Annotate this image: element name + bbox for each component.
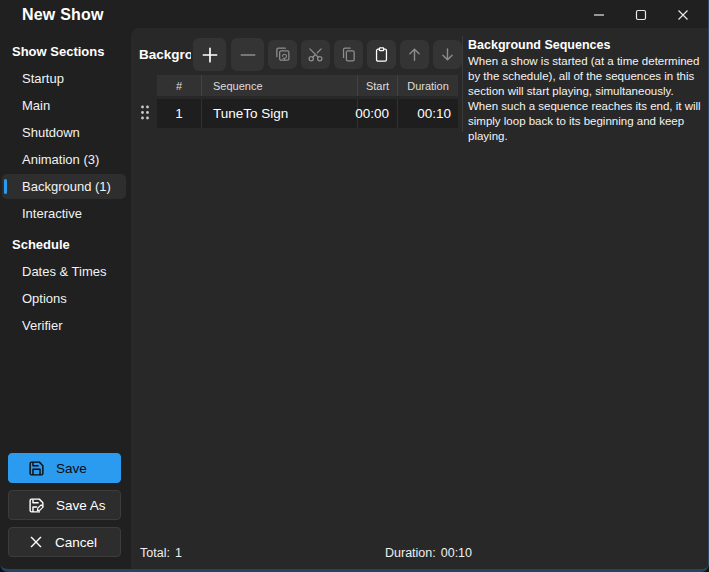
- status-total-label: Total:: [140, 546, 170, 560]
- sequence-table-header: # Sequence Start Duration: [157, 75, 458, 96]
- remove-sequence-button[interactable]: [231, 38, 264, 71]
- column-header-duration: Duration: [398, 75, 458, 96]
- sidebar-item-verifier[interactable]: Verifier: [2, 313, 126, 338]
- status-duration: Duration:00:10: [385, 546, 472, 560]
- sidebar-item-interactive[interactable]: Interactive: [2, 201, 126, 226]
- help-body: When a show is started (at a time determ…: [468, 54, 704, 144]
- sidebar-item-options[interactable]: Options: [2, 286, 126, 311]
- duplicate-icon: [274, 46, 291, 63]
- cancel-button[interactable]: Cancel: [8, 527, 121, 557]
- save-as-button[interactable]: Save As: [8, 490, 121, 520]
- paste-icon: [373, 46, 390, 63]
- row-cell-sequence: TuneTo Sign: [202, 99, 358, 128]
- sidebar-item-shutdown[interactable]: Shutdown: [2, 120, 126, 145]
- column-header-sequence: Sequence: [202, 75, 358, 96]
- sidebar-header-schedule: Schedule: [12, 232, 70, 258]
- close-button[interactable]: [662, 0, 704, 30]
- save-icon: [28, 460, 45, 477]
- sidebar-item-startup[interactable]: Startup: [2, 66, 126, 91]
- copy-icon: [340, 46, 357, 63]
- window-controls: [578, 0, 704, 30]
- close-icon: [677, 9, 689, 21]
- help-divider: [462, 36, 463, 132]
- status-total-value: 1: [175, 546, 182, 560]
- sidebar: Show Sections Startup Main Shutdown Anim…: [0, 30, 131, 569]
- column-header-num: #: [157, 75, 202, 96]
- main-panel: Backgrou: [131, 28, 708, 569]
- sidebar-item-main[interactable]: Main: [2, 93, 126, 118]
- status-duration-label: Duration:: [385, 546, 436, 560]
- duplicate-button[interactable]: [268, 40, 297, 69]
- sidebar-item-background[interactable]: Background (1): [2, 174, 126, 199]
- move-down-button[interactable]: [433, 40, 462, 69]
- minimize-button[interactable]: [578, 0, 620, 30]
- copy-button[interactable]: [334, 40, 363, 69]
- app-window: New Show Show Sections Startup Main Shut…: [0, 0, 709, 572]
- row-drag-handle[interactable]: [139, 104, 151, 125]
- drag-dots-icon: [139, 104, 151, 121]
- status-duration-value: 00:10: [441, 546, 472, 560]
- move-down-icon: [439, 46, 456, 63]
- row-cell-start: 00:00: [358, 99, 398, 128]
- add-sequence-button[interactable]: [193, 38, 226, 71]
- sidebar-item-animation[interactable]: Animation (3): [2, 147, 126, 172]
- maximize-button[interactable]: [620, 0, 662, 30]
- cut-icon: [307, 46, 324, 63]
- save-button[interactable]: Save: [8, 453, 121, 483]
- column-header-start: Start: [358, 75, 398, 96]
- paste-button[interactable]: [367, 40, 396, 69]
- remove-icon: [238, 45, 258, 65]
- help-panel: Background Sequences When a show is star…: [468, 38, 704, 144]
- row-cell-duration: 00:10: [398, 99, 458, 128]
- sidebar-item-dates-times[interactable]: Dates & Times: [2, 259, 126, 284]
- sidebar-header-show-sections: Show Sections: [12, 39, 104, 65]
- cancel-x-icon: [28, 534, 44, 550]
- toolbar-section-label: Backgrou: [139, 47, 191, 62]
- add-icon: [200, 45, 220, 65]
- save-as-icon: [28, 497, 45, 514]
- move-up-icon: [406, 46, 423, 63]
- title-bar: New Show: [0, 0, 708, 30]
- row-cell-num: 1: [157, 99, 202, 128]
- sequence-table-row[interactable]: 1 TuneTo Sign 00:00 00:10: [157, 99, 458, 128]
- window-title: New Show: [22, 6, 104, 24]
- cut-button[interactable]: [301, 40, 330, 69]
- move-up-button[interactable]: [400, 40, 429, 69]
- help-title: Background Sequences: [468, 38, 704, 52]
- maximize-icon: [635, 9, 647, 21]
- selection-accent-bar: [4, 179, 7, 194]
- minimize-icon: [593, 9, 605, 21]
- status-total: Total:1: [140, 546, 182, 560]
